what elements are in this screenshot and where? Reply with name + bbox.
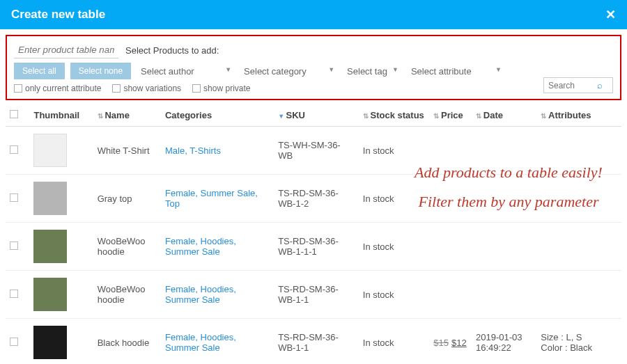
cell-price	[429, 223, 472, 271]
row-checkbox[interactable]	[10, 338, 18, 346]
modal-title: Create new table	[11, 8, 105, 22]
modal-body: Select Products to add: Select all Selec…	[0, 29, 627, 364]
cell-price	[429, 175, 472, 223]
cell-categories[interactable]: Female, Hoodies, Summer Sale	[165, 236, 236, 257]
thumbnail-image	[33, 134, 67, 167]
col-name[interactable]: Name	[93, 104, 161, 127]
cell-sku: TS-RD-SM-36-WB-1-1	[274, 319, 359, 365]
products-table: Thumbnail Name Categories SKU Stock stat…	[6, 104, 621, 364]
search-box[interactable]: ⌕	[543, 77, 613, 93]
table-row: Black hoodieFemale, Hoodies, Summer Sale…	[6, 319, 621, 365]
select-products-label: Select Products to add:	[125, 45, 219, 56]
cell-stock: In stock	[359, 127, 429, 175]
cell-price	[429, 127, 472, 175]
cell-price	[429, 271, 472, 319]
cell-categories[interactable]: Female, Summer Sale, Top	[165, 188, 258, 209]
table-header-row: Thumbnail Name Categories SKU Stock stat…	[6, 104, 621, 127]
cell-categories[interactable]: Female, Hoodies, Summer Sale	[165, 284, 236, 305]
table-row: White T-ShirtMale, T-ShirtsTS-WH-SM-36-W…	[6, 127, 621, 175]
search-icon[interactable]: ⌕	[597, 80, 603, 90]
thumbnail-image	[33, 182, 67, 215]
cell-sku: TS-RD-SM-36-WB-1-1	[274, 271, 359, 319]
table-row: WooBeWoo hoodieFemale, Hoodies, Summer S…	[6, 271, 621, 319]
cell-price: $15$12	[429, 319, 472, 365]
author-dropdown[interactable]: Select author	[137, 63, 234, 79]
tag-dropdown[interactable]: Select tag	[343, 63, 401, 79]
cell-name: WooBeWoo hoodie	[93, 271, 161, 319]
attribute-dropdown[interactable]: Select attribute	[407, 63, 504, 79]
thumbnail-image	[33, 278, 67, 311]
row-checkbox[interactable]	[10, 145, 18, 154]
cell-attributes	[536, 271, 621, 319]
thumbnail-image	[33, 326, 67, 359]
modal-header: Create new table ✕	[0, 0, 627, 29]
cell-date	[472, 271, 536, 319]
only-current-attribute-checkbox[interactable]: only current attribute	[14, 84, 101, 93]
col-thumbnail[interactable]: Thumbnail	[29, 104, 93, 127]
cell-name: Gray top	[93, 175, 161, 223]
table-name-input[interactable]	[14, 42, 118, 58]
col-attributes[interactable]: Attributes	[536, 104, 621, 127]
cell-date	[472, 223, 536, 271]
col-categories[interactable]: Categories	[161, 104, 274, 127]
cell-attributes	[536, 127, 621, 175]
row-checkbox[interactable]	[10, 193, 18, 202]
table-row: WooBeWoo hoodieFemale, Hoodies, Summer S…	[6, 223, 621, 271]
cell-date	[472, 127, 536, 175]
cell-sku: TS-RD-SM-36-WB-1-2	[274, 175, 359, 223]
cell-sku: TS-RD-SM-36-WB-1-1-1	[274, 223, 359, 271]
col-sku[interactable]: SKU	[274, 104, 359, 127]
cell-attributes: Size : L, SColor : Black	[536, 319, 621, 365]
select-none-button[interactable]: Select none	[70, 63, 131, 79]
cell-categories[interactable]: Male, T-Shirts	[165, 145, 221, 156]
close-icon[interactable]: ✕	[605, 7, 616, 22]
col-price[interactable]: Price	[429, 104, 472, 127]
col-date[interactable]: Date	[472, 104, 536, 127]
cell-attributes	[536, 175, 621, 223]
cell-sku: TS-WH-SM-36-WB	[274, 127, 359, 175]
cell-stock: In stock	[359, 175, 429, 223]
category-dropdown[interactable]: Select category	[240, 63, 337, 79]
cell-attributes	[536, 223, 621, 271]
table-row: Gray topFemale, Summer Sale, TopTS-RD-SM…	[6, 175, 621, 223]
search-input[interactable]	[548, 81, 597, 90]
cell-stock: In stock	[359, 271, 429, 319]
row-checkbox[interactable]	[10, 242, 18, 250]
row-checkbox[interactable]	[10, 290, 18, 298]
cell-name: Black hoodie	[93, 319, 161, 365]
cell-name: WooBeWoo hoodie	[93, 223, 161, 271]
show-private-checkbox[interactable]: show private	[192, 84, 250, 93]
filter-panel: Select Products to add: Select all Selec…	[6, 35, 621, 100]
cell-categories[interactable]: Female, Hoodies, Summer Sale	[165, 332, 236, 353]
cell-stock: In stock	[359, 319, 429, 365]
cell-date: 2019-01-03 16:49:22	[472, 319, 536, 365]
cell-name: White T-Shirt	[93, 127, 161, 175]
show-variations-checkbox[interactable]: show variations	[112, 84, 181, 93]
cell-date	[472, 175, 536, 223]
select-all-rows-checkbox[interactable]	[10, 110, 18, 118]
cell-stock: In stock	[359, 223, 429, 271]
thumbnail-image	[33, 230, 67, 263]
select-all-button[interactable]: Select all	[14, 63, 65, 79]
col-stock[interactable]: Stock status	[359, 104, 429, 127]
